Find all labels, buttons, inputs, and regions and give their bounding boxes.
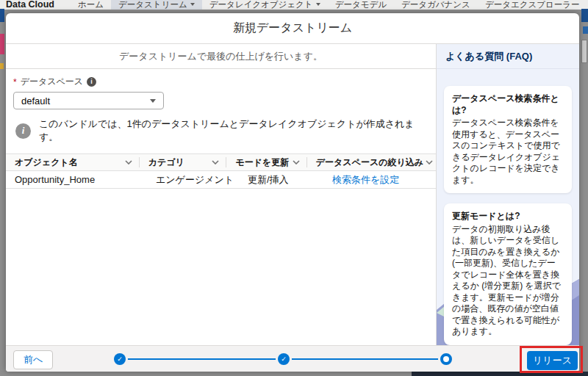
chevron-down-icon[interactable] — [125, 160, 132, 164]
set-filter-link[interactable]: 検索条件を設定 — [332, 174, 399, 185]
progress-indicator: ✓ ✓ — [114, 352, 452, 366]
modal-header: 新規データストリーム — [6, 13, 579, 44]
column-header-dataspace-filter[interactable]: データスペースの絞り込み — [307, 154, 436, 170]
progress-step-3-current — [440, 353, 452, 365]
column-header-refresh-mode[interactable]: モードを更新 — [226, 154, 306, 170]
back-button[interactable]: 前へ — [13, 350, 53, 369]
nav-tab-data-streams[interactable]: データストリーム — [111, 0, 202, 10]
dataspace-field-label: * データスペース i — [13, 76, 429, 88]
cell-object-name: Opportunity_Home — [6, 174, 147, 185]
nav-tab-data-governance[interactable]: データガバナンス — [394, 0, 478, 10]
modal-title: 新規データストリーム — [233, 21, 352, 36]
chevron-down-icon[interactable] — [293, 160, 300, 164]
faq-question: データスペース検索条件とは? — [452, 93, 564, 116]
progress-step-2-complete: ✓ — [278, 353, 290, 365]
cell-refresh-mode: 更新/挿入 — [239, 173, 323, 187]
modal-main-panel: データストリームで最後の仕上げを行います。 * データスペース i defaul… — [6, 44, 436, 345]
check-icon: ✓ — [117, 355, 123, 363]
backdrop-fragment — [0, 63, 4, 69]
faq-card-refresh-mode: 更新モードとは? データの初期取り込み後は、新しいデータを受信した項目のみを置き… — [444, 203, 572, 345]
table-row: Opportunity_Home エンゲージメント 更新/挿入 検索条件を設定 — [6, 171, 436, 189]
chevron-down-icon[interactable] — [426, 160, 433, 164]
faq-title: よくある質問 (FAQ) — [437, 44, 579, 69]
check-icon: ✓ — [281, 355, 287, 363]
dataspace-selected-value: default — [21, 95, 50, 106]
dataspace-select[interactable]: default — [13, 92, 164, 109]
app-name: Data Cloud — [6, 0, 54, 10]
chevron-down-icon — [190, 3, 195, 6]
column-header-object-name[interactable]: オブジェクト名 — [6, 154, 140, 170]
required-asterisk: * — [13, 77, 17, 87]
backdrop-fragment — [0, 9, 4, 22]
info-icon: i — [15, 123, 31, 139]
faq-answer: データスペース検索条件を使用すると、データスペースのコンテキストで使用できるデー… — [452, 118, 564, 186]
backdrop-fragment — [581, 40, 587, 63]
nav-tab-data-explorer[interactable]: データエクスプローラー — [478, 0, 587, 10]
annotation-highlight — [520, 346, 583, 373]
modal-footer: 前へ ✓ ✓ リリース — [6, 345, 579, 372]
backdrop-fragment — [0, 34, 4, 54]
step-subtitle: データストリームで最後の仕上げを行います。 — [6, 44, 436, 69]
nav-tab-data-lake-objects[interactable]: データレイクオブジェクト — [202, 0, 328, 10]
progress-step-1-complete: ✓ — [114, 353, 126, 365]
dataspace-label-text: データスペース — [21, 76, 83, 88]
table-header-row: オブジェクト名 カテゴリ モードを更新 データスペースの絞り込み — [6, 154, 436, 171]
top-navigation-bar: Data Cloud ホーム データストリーム データレイクオブジェクト データ… — [0, 0, 588, 10]
cell-category: エンゲージメント — [147, 173, 239, 187]
faq-answer: データの初期取り込み後は、新しいデータを受信した項目のみを置き換えるか (一部更… — [452, 224, 564, 338]
backdrop-fragment — [583, 26, 588, 34]
bundle-info-text: このバンドルでは、1件のデータストリームとデータレイクオブジェクトが作成されます… — [39, 118, 429, 144]
new-data-stream-modal: 新規データストリーム データストリームで最後の仕上げを行います。 * データスペ… — [6, 13, 579, 372]
chevron-down-icon[interactable] — [212, 160, 219, 164]
column-header-category[interactable]: カテゴリ — [140, 154, 227, 170]
objects-table: オブジェクト名 カテゴリ モードを更新 データスペースの絞り込み — [6, 153, 436, 189]
backdrop-fragment — [581, 9, 588, 22]
nav-tab-data-model[interactable]: データモデル — [328, 0, 394, 10]
backdrop-bottom — [0, 372, 412, 376]
nav-tab-home[interactable]: ホーム — [71, 0, 111, 10]
faq-card-dataspace-filter: データスペース検索条件とは? データスペース検索条件を使用すると、データスペース… — [444, 86, 572, 193]
dropdown-caret-icon — [150, 99, 156, 103]
chevron-down-icon — [316, 3, 320, 6]
bundle-info-banner: i このバンドルでは、1件のデータストリームとデータレイクオブジェクトが作成され… — [13, 118, 429, 144]
info-icon[interactable]: i — [87, 77, 96, 87]
faq-question: 更新モードとは? — [452, 211, 564, 223]
faq-sidebar: よくある質問 (FAQ) データスペース検索条件とは? データスペース検索条件を… — [436, 44, 579, 345]
